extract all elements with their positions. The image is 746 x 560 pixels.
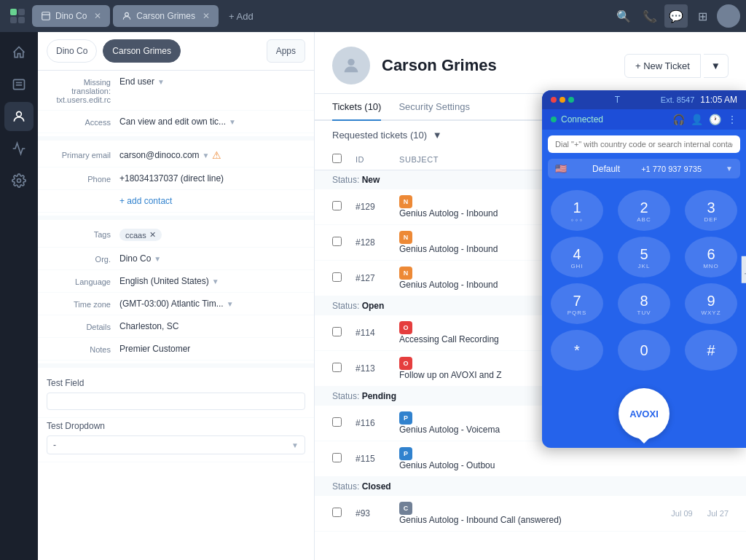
- ticket-checkbox[interactable]: [332, 417, 342, 427]
- tags-value: ccaas ✕: [119, 229, 305, 241]
- tab-carson-grimes[interactable]: Carson Grimes ✕: [113, 5, 219, 27]
- th-id: ID: [356, 155, 399, 164]
- ticket-row[interactable]: #93 C Genius Autolog - Inbound Call (ans…: [315, 496, 746, 532]
- subtab-dino-co[interactable]: Dino Co: [47, 39, 97, 63]
- close-tab-dino-co[interactable]: ✕: [94, 11, 101, 21]
- user-avatar[interactable]: [717, 4, 740, 28]
- test-field-input[interactable]: [47, 393, 305, 410]
- search-icon-btn[interactable]: 🔍: [612, 4, 635, 28]
- role-value: End user ▼: [119, 76, 305, 87]
- profile-header: Carson Grimes + New Ticket ▼: [315, 32, 746, 94]
- dial-btn-8[interactable]: 8TUV: [618, 283, 670, 324]
- dial-btn-#[interactable]: #: [685, 330, 737, 371]
- dial-btn-2[interactable]: 2ABC: [618, 190, 670, 231]
- svg-point-11: [17, 179, 21, 183]
- dial-btn-7[interactable]: 7PQRS: [551, 283, 603, 324]
- avoxi-logo: AVOXI: [542, 382, 746, 448]
- add-tab-button[interactable]: + Add: [221, 7, 261, 26]
- test-dropdown-label: Test Dropdown: [47, 421, 105, 431]
- apps-button[interactable]: Apps: [267, 39, 305, 63]
- dial-btn-9[interactable]: 9WXYZ: [685, 283, 737, 324]
- tag-remove[interactable]: ✕: [149, 230, 156, 240]
- ticket-checkbox[interactable]: [332, 201, 342, 210]
- tag-ccaas: ccaas ✕: [119, 229, 162, 241]
- widget-ext: Ext. 8547: [661, 95, 694, 104]
- status-dot: O: [399, 321, 412, 334]
- language-value: English (United States) ▼: [119, 276, 305, 286]
- avoxi-bubble: AVOXI: [619, 388, 670, 439]
- timezone-field: Time zone (GMT-03:00) Atlantic Tim... ▼: [38, 293, 314, 315]
- flag-row[interactable]: 🇺🇸 Default +1 770 937 9735 ▼: [548, 159, 740, 178]
- main-layout: Dino Co Carson Grimes Apps Missing trans…: [0, 32, 746, 560]
- dial-btn-4[interactable]: 4GHI: [551, 237, 603, 277]
- test-field-section: Test Field: [38, 371, 314, 418]
- org-label: Org.: [47, 253, 119, 264]
- sidebar-reports[interactable]: [4, 134, 34, 163]
- ticket-checkbox[interactable]: [332, 327, 342, 336]
- sidebar-settings[interactable]: [4, 166, 34, 195]
- timezone-chevron: ▼: [227, 300, 234, 308]
- minimize-dot[interactable]: [560, 97, 565, 103]
- test-dropdown-section: Test Dropdown - ▼: [38, 418, 314, 462]
- status-dot: P: [399, 411, 412, 425]
- subtab-carson-grimes[interactable]: Carson Grimes: [103, 39, 181, 63]
- ticket-checkbox[interactable]: [332, 453, 342, 462]
- notes-label: Notes: [47, 344, 119, 354]
- dial-btn-1[interactable]: 1⬦⬦⬦: [551, 190, 603, 231]
- ticket-checkbox[interactable]: [332, 508, 342, 517]
- tab-tickets[interactable]: Tickets (10): [332, 94, 381, 121]
- dial-btn-3[interactable]: 3DEF: [685, 190, 737, 231]
- tab-security[interactable]: Security Settings: [398, 94, 470, 121]
- svg-point-12: [348, 59, 354, 66]
- svg-rect-4: [42, 12, 50, 20]
- add-contact-row: + add contact: [38, 190, 314, 213]
- svg-rect-2: [10, 17, 17, 23]
- test-field-label: Test Field: [47, 378, 84, 388]
- language-field: Language English (United States) ▼: [38, 270, 314, 293]
- dial-btn-0[interactable]: 0: [618, 330, 670, 371]
- ticket-subject: C Genius Autolog - Inbound Call (answere…: [399, 502, 671, 525]
- phone-value: +18034137037 (direct line): [119, 173, 305, 184]
- connected-dot: [551, 117, 557, 122]
- contact-icon[interactable]: 👤: [691, 114, 703, 125]
- test-dropdown[interactable]: - ▼: [47, 435, 305, 454]
- email-field: Primary email carson@dinoco.com ▼ ⚠: [38, 143, 314, 167]
- sidebar-contacts[interactable]: [4, 102, 34, 131]
- ticket-checkbox[interactable]: [332, 272, 342, 282]
- header-actions: + New Ticket ▼: [624, 54, 729, 78]
- clock-icon[interactable]: 🕐: [709, 114, 721, 125]
- headset-icon[interactable]: 🎧: [672, 114, 685, 125]
- more-icon[interactable]: ⋮: [727, 114, 737, 125]
- widget-search: [548, 135, 740, 153]
- dial-btn-*[interactable]: *: [551, 330, 603, 371]
- chat-icon-btn[interactable]: 💬: [664, 4, 688, 28]
- close-dot[interactable]: [551, 97, 557, 103]
- new-ticket-dropdown[interactable]: ▼: [704, 54, 729, 78]
- svg-point-10: [17, 111, 22, 117]
- grid-icon-btn[interactable]: ⊞: [691, 4, 714, 28]
- dial-btn-5[interactable]: 5JKL: [618, 237, 670, 277]
- select-all-checkbox[interactable]: [332, 154, 342, 163]
- ticket-id: #128: [356, 237, 399, 248]
- add-contact-link[interactable]: + add contact: [119, 196, 172, 206]
- notes-value: Premier Customer: [119, 344, 305, 354]
- phone-icon-btn[interactable]: 📞: [638, 4, 661, 28]
- tab-dino-co[interactable]: Dino Co ✕: [32, 5, 110, 27]
- dial-btn-6[interactable]: 6MNO: [685, 237, 737, 277]
- sidebar-icons: [0, 32, 38, 560]
- ticket-checkbox[interactable]: [332, 237, 342, 246]
- ticket-checkbox[interactable]: [332, 363, 342, 372]
- new-ticket-button[interactable]: + New Ticket: [624, 54, 701, 78]
- sub-tabs: Dino Co Carson Grimes Apps: [38, 32, 314, 71]
- timezone-label: Time zone: [47, 299, 119, 309]
- close-tab-carson[interactable]: ✕: [203, 11, 210, 21]
- dialpad-row: 1⬦⬦⬦2ABC3DEF: [551, 190, 737, 231]
- help-tab[interactable]: Help: [742, 256, 746, 283]
- sidebar-tickets[interactable]: [4, 70, 34, 99]
- maximize-dot[interactable]: [568, 97, 574, 103]
- status-row: Status: Closed: [315, 477, 746, 496]
- tickets-title[interactable]: Requested tickets (10) ▼: [332, 130, 442, 141]
- widget-status-bar: Connected 🎧 👤 🕐 ⋮: [542, 109, 746, 130]
- sidebar-home[interactable]: [4, 38, 34, 67]
- dial-search-input[interactable]: [555, 140, 733, 149]
